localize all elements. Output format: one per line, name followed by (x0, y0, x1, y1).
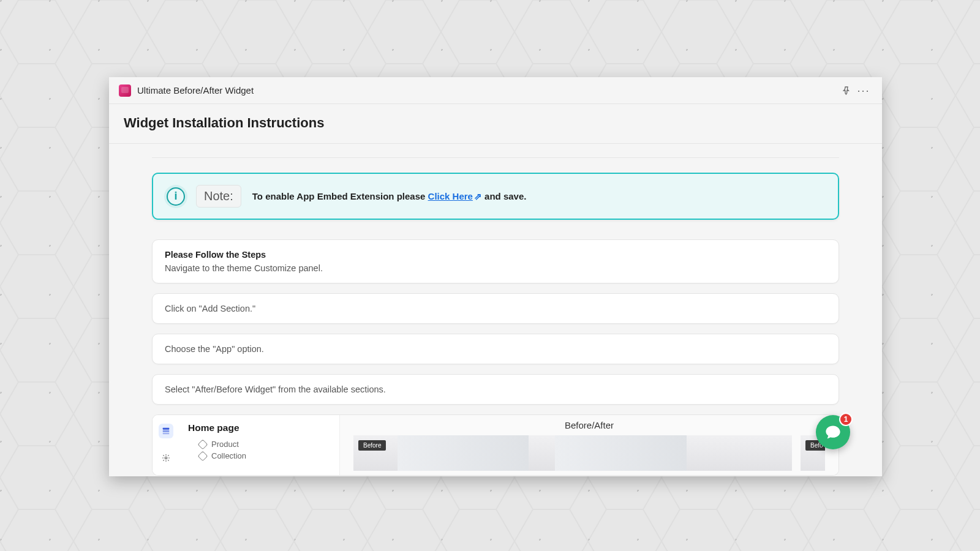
svg-rect-2 (163, 428, 170, 430)
chat-icon (824, 424, 842, 441)
preview-main-pane: Before/After Before Befo (340, 415, 839, 475)
settings-icon[interactable] (159, 451, 173, 465)
before-after-title: Before/After (353, 420, 825, 430)
preview-item-label: Collection (211, 451, 246, 460)
step-text: Click on "Add Section." (165, 304, 826, 313)
preview-home-label[interactable]: Home page (188, 422, 331, 433)
before-after-canvas: Before Befo (353, 435, 825, 471)
page-header: Widget Installation Instructions (109, 104, 882, 144)
note-link-label: Click Here (428, 191, 473, 201)
divider (152, 157, 839, 158)
app-title: Ultimate Before/After Widget (137, 85, 254, 96)
step-card-3: Choose the "App" option. (152, 334, 839, 364)
chat-badge: 1 (839, 413, 853, 426)
more-icon: ··· (857, 85, 870, 96)
before-pane: Before (353, 435, 792, 471)
content: i Note: To enable App Embed Extension pl… (109, 144, 882, 476)
note-text-after: and save. (482, 191, 527, 201)
preview-item-product[interactable]: Product (199, 440, 331, 449)
page-title: Widget Installation Instructions (124, 115, 867, 131)
note-label: Note: (196, 185, 241, 208)
pin-icon (842, 86, 851, 96)
before-tag: Before (358, 440, 386, 451)
info-icon: i (167, 187, 185, 206)
preview-item-collection[interactable]: Collection (199, 451, 331, 460)
svg-point-5 (165, 457, 167, 459)
preview-sidebar: Home page Product Collection (153, 415, 340, 475)
chat-fab[interactable]: 1 (816, 415, 850, 449)
app-icon (119, 84, 131, 97)
note-text-before: To enable App Embed Extension please (252, 191, 428, 201)
external-link-icon: ⇗ (474, 191, 482, 202)
diamond-icon (198, 451, 208, 461)
preview-icon-column (153, 415, 179, 475)
svg-rect-3 (163, 430, 170, 432)
step-text: Select "After/Before Widget" from the av… (165, 384, 826, 394)
preview-item-label: Product (211, 440, 239, 449)
sections-icon[interactable] (159, 424, 173, 438)
steps-heading: Please Follow the Steps (165, 250, 826, 260)
step-card-1: Please Follow the Steps Navigate to the … (152, 239, 839, 283)
preview-tree: Home page Product Collection (179, 415, 339, 475)
theme-preview: Home page Product Collection Before/Afte… (152, 414, 839, 476)
diamond-icon (198, 439, 208, 449)
pin-button[interactable] (838, 82, 855, 99)
app-shell: Ultimate Before/After Widget ··· Widget … (109, 77, 882, 476)
step-card-2: Click on "Add Section." (152, 293, 839, 324)
titlebar: Ultimate Before/After Widget ··· (109, 77, 882, 104)
note-link[interactable]: Click Here ⇗ (428, 191, 482, 201)
note-text: To enable App Embed Extension please Cli… (252, 191, 527, 202)
step-text: Choose the "App" option. (165, 344, 826, 354)
note-banner: i Note: To enable App Embed Extension pl… (152, 173, 839, 220)
step-text: Navigate to the theme Customize panel. (165, 263, 826, 273)
svg-rect-4 (163, 433, 170, 434)
step-card-4: Select "After/Before Widget" from the av… (152, 374, 839, 405)
more-button[interactable]: ··· (855, 82, 872, 99)
